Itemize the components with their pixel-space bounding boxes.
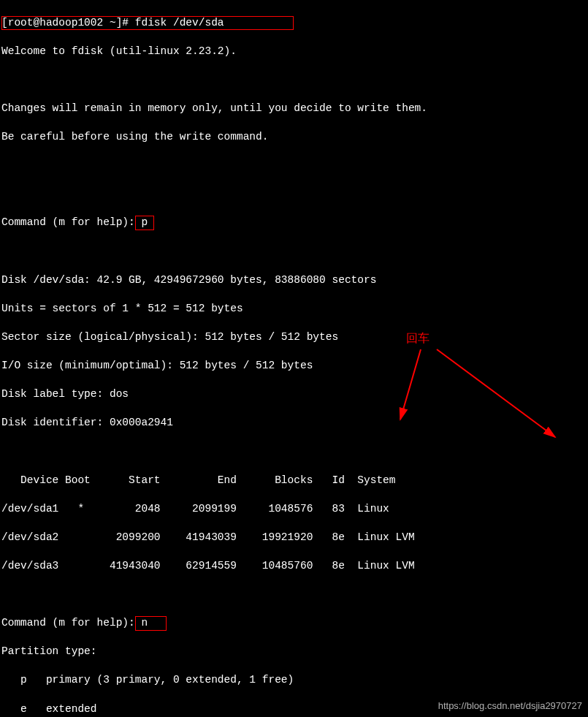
primary-option: p primary (3 primary, 0 extended, 1 free… (1, 673, 587, 688)
annotation-enter: 回车 (406, 330, 429, 346)
partition-table-header: Device Boot Start End Blocks Id System (1, 474, 587, 488)
welcome-line: Welcome to fdisk (util-linux 2.23.2). (1, 45, 587, 59)
cmd-input-p[interactable]: p (135, 216, 154, 230)
cmd-highlight-1: [root@hadoop1002 ~]# fdisk /dev/sda (1, 16, 294, 31)
partition-row-3: /dev/sda3 41943040 62914559 10485760 8e … (1, 559, 587, 574)
prompt: [root@hadoop1002 ~]# (1, 17, 135, 29)
disk-info: Disk /dev/sda: 42.9 GB, 42949672960 byte… (1, 273, 587, 288)
cmd-label: Command (m for help): (1, 617, 135, 629)
changes-line-1: Changes will remain in memory only, unti… (1, 102, 587, 116)
units-line: Units = sectors of 1 * 512 = 512 bytes (1, 302, 587, 316)
command-text: fdisk /dev/sda (135, 17, 224, 29)
disk-id-line: Disk identifier: 0x000a2941 (1, 416, 587, 430)
cmd-input-n[interactable]: n (135, 616, 167, 631)
watermark: https://blog.csdn.net/dsjia2970727 (438, 699, 582, 713)
part-type-line: Partition type: (1, 645, 587, 659)
sector-size-line: Sector size (logical/physical): 512 byte… (1, 330, 587, 345)
disk-label-line: Disk label type: dos (1, 387, 587, 402)
cmd-label: Command (m for help): (1, 216, 135, 228)
partition-row-2: /dev/sda2 2099200 41943039 19921920 8e L… (1, 531, 587, 545)
partition-row-1: /dev/sda1 * 2048 2099199 1048576 83 Linu… (1, 502, 587, 517)
changes-line-2: Be careful before using the write comman… (1, 130, 587, 145)
terminal-output: [root@hadoop1002 ~]# fdisk /dev/sda Welc… (0, 0, 588, 717)
io-size-line: I/O size (minimum/optimal): 512 bytes / … (1, 359, 587, 373)
